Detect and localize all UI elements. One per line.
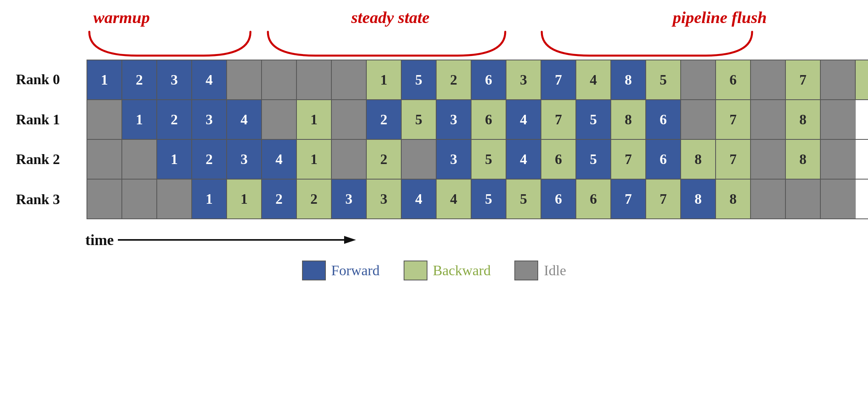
legend-box-backward xyxy=(404,261,427,280)
cell-r2-c5: 4 xyxy=(262,140,297,179)
legend-box-forward xyxy=(302,261,326,280)
cell-r2-c13: 6 xyxy=(541,140,576,179)
cell-r1-c19 xyxy=(751,100,786,139)
cell-r2-c2: 1 xyxy=(157,140,192,179)
cell-r1-c18: 7 xyxy=(716,100,751,139)
cell-r2-c8: 2 xyxy=(367,140,402,179)
cell-r0-c16: 5 xyxy=(646,60,681,99)
cell-r3-c14: 6 xyxy=(576,180,611,218)
cell-r1-c15: 8 xyxy=(611,100,646,139)
cell-r2-c6: 1 xyxy=(297,140,332,179)
cell-r0-c18: 6 xyxy=(716,60,751,99)
cell-r1-c7 xyxy=(332,100,367,139)
cell-r1-c16: 6 xyxy=(646,100,681,139)
cell-r3-c20 xyxy=(786,180,821,218)
cell-r0-c0: 1 xyxy=(87,60,122,99)
cell-r0-c15: 8 xyxy=(611,60,646,99)
cell-r3-c9: 4 xyxy=(402,180,437,218)
cell-r1-c20: 8 xyxy=(786,100,821,139)
cell-r3-c3: 1 xyxy=(192,180,227,218)
cell-r3-c18: 8 xyxy=(716,180,751,218)
cell-r1-c4: 4 xyxy=(227,100,262,139)
rank-label-2: Rank 2 xyxy=(16,139,83,179)
cell-r1-c1: 1 xyxy=(122,100,157,139)
cell-r0-c13: 7 xyxy=(541,60,576,99)
cell-r3-c10: 4 xyxy=(437,180,472,218)
cell-r3-c15: 7 xyxy=(611,180,646,218)
cell-r2-c14: 5 xyxy=(576,140,611,179)
cell-r1-c2: 2 xyxy=(157,100,192,139)
cell-r3-c7: 3 xyxy=(332,180,367,218)
steady-label: steady state xyxy=(351,8,429,27)
cell-r3-c16: 7 xyxy=(646,180,681,218)
cell-r0-c19 xyxy=(751,60,786,99)
cell-r0-c7 xyxy=(332,60,367,99)
cell-r3-c2 xyxy=(157,180,192,218)
legend-text-idle: Idle xyxy=(544,262,566,279)
cell-r2-c12: 4 xyxy=(506,140,541,179)
rank-label-3: Rank 3 xyxy=(16,180,83,219)
cell-r2-c7 xyxy=(332,140,367,179)
legend: Forward Backward Idle xyxy=(16,261,852,280)
cell-r0-c6 xyxy=(297,60,332,99)
cell-r0-c14: 4 xyxy=(576,60,611,99)
cell-r3-c1 xyxy=(122,180,157,218)
cell-r2-c20: 8 xyxy=(786,140,821,179)
cell-r3-c12: 5 xyxy=(506,180,541,218)
cell-r0-c8: 1 xyxy=(367,60,402,99)
braces-svg xyxy=(85,30,867,60)
cell-r3-c11: 5 xyxy=(472,180,506,218)
cell-r1-c21 xyxy=(821,100,856,139)
cell-r0-c20: 7 xyxy=(786,60,821,99)
cell-r3-c0 xyxy=(87,180,122,218)
cell-r3-c5: 2 xyxy=(262,180,297,218)
cell-r2-c3: 2 xyxy=(192,140,227,179)
cell-r0-c22: 8 xyxy=(856,60,868,99)
cell-r2-c11: 5 xyxy=(472,140,506,179)
main-container: warmup steady state pipeline flush Rank … xyxy=(0,0,868,394)
cell-r2-c4: 3 xyxy=(227,140,262,179)
cell-r0-c9: 5 xyxy=(402,60,437,99)
cell-r0-c17 xyxy=(681,60,716,99)
cell-r3-c4: 1 xyxy=(227,180,262,218)
cell-r0-c21 xyxy=(821,60,856,99)
cell-r2-c10: 3 xyxy=(437,140,472,179)
cell-r1-c12: 4 xyxy=(506,100,541,139)
cell-r3-c6: 2 xyxy=(297,180,332,218)
grid-row-2: 1234123546576878 xyxy=(87,140,868,180)
warmup-label: warmup xyxy=(93,8,150,27)
cell-r0-c3: 4 xyxy=(192,60,227,99)
phase-labels-area: warmup steady state pipeline flush xyxy=(85,8,867,60)
cell-r1-c6: 1 xyxy=(297,100,332,139)
cell-r1-c9: 5 xyxy=(402,100,437,139)
cell-r1-c0 xyxy=(87,100,122,139)
rank-label-0: Rank 0 xyxy=(16,60,83,99)
cell-r1-c8: 2 xyxy=(367,100,402,139)
flush-label: pipeline flush xyxy=(673,8,767,27)
cell-r0-c12: 3 xyxy=(506,60,541,99)
pipeline-grid: 1234152637485678123412536475867812341235… xyxy=(87,60,868,219)
cell-r1-c3: 3 xyxy=(192,100,227,139)
cell-r2-c21 xyxy=(821,140,856,179)
svg-marker-1 xyxy=(344,236,356,244)
cell-r0-c1: 2 xyxy=(122,60,157,99)
cell-r1-c17 xyxy=(681,100,716,139)
legend-idle: Idle xyxy=(514,261,566,280)
grid-area: Rank 0 Rank 1 Rank 2 Rank 3 123415263748… xyxy=(16,60,868,219)
cell-r0-c10: 2 xyxy=(437,60,472,99)
cell-r2-c17: 8 xyxy=(681,140,716,179)
grid-row-1: 1234125364758678 xyxy=(87,100,868,140)
time-label: time xyxy=(85,231,114,249)
cell-r3-c13: 6 xyxy=(541,180,576,218)
cell-r1-c5 xyxy=(262,100,297,139)
time-row: time xyxy=(85,231,356,249)
cell-r2-c9 xyxy=(402,140,437,179)
cell-r3-c17: 8 xyxy=(681,180,716,218)
cell-r2-c1 xyxy=(122,140,157,179)
cell-r0-c11: 6 xyxy=(472,60,506,99)
time-arrow xyxy=(118,234,356,246)
cell-r3-c8: 3 xyxy=(367,180,402,218)
cell-r1-c13: 7 xyxy=(541,100,576,139)
grid-row-0: 1234152637485678 xyxy=(87,60,868,100)
rank-labels: Rank 0 Rank 1 Rank 2 Rank 3 xyxy=(16,60,83,219)
